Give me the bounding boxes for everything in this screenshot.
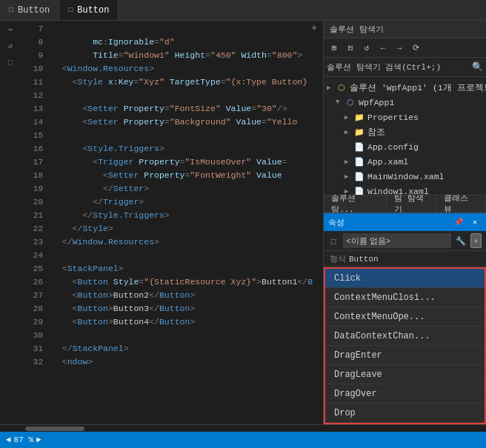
search-label: 솔루션 탐색기 검색(Ctrl+;) [327, 61, 469, 73]
bottom-tabs: 솔루션 탐... 팀 탐색기 클래스 뷰 [324, 195, 486, 213]
props-row-contextmenuope-label: ContextMenuOpe... [334, 312, 425, 322]
add-button[interactable]: + [308, 22, 320, 34]
toolbar-btn-arrow-right[interactable]: → [392, 41, 407, 56]
props-toolbar-icon[interactable]: ⬚ [328, 233, 339, 248]
tab-team[interactable]: 팀 탐색기 [387, 195, 436, 212]
appxaml-icon: 📄 [353, 156, 365, 167]
props-row-dragover-label: DragOver [334, 389, 377, 399]
appconfig-label: App.config [367, 142, 419, 152]
toolbar-btn-3[interactable]: ↺ [359, 41, 374, 56]
solution-explorer-header: 솔루션 탐색기 [324, 21, 486, 39]
right-panel: 솔루션 탐색기 ⊞ ⊟ ↺ ← → ⟳ 솔루션 탐색기 검색(Ctrl+;) 🔍… [323, 21, 486, 424]
props-name-input[interactable] [343, 233, 451, 248]
tab-button-1[interactable]: □ Button [0, 0, 59, 20]
solution-toolbar: ⊞ ⊟ ↺ ← → ⟳ [324, 39, 486, 58]
solution-label: 솔루션 'WpfApp1' (1개 프로젝트 [350, 82, 486, 93]
props-type-label: 형식 [330, 253, 346, 264]
hscroll-thumb[interactable] [25, 427, 84, 431]
gutter-icon-box[interactable]: ⬚ [3, 56, 18, 68]
props-close-btn[interactable]: ✕ [468, 215, 482, 229]
props-row-dragleave[interactable]: DragLeave [325, 365, 485, 384]
tree-item-references[interactable]: ▶ 📁 참조 [324, 124, 486, 139]
toolbar-btn-refresh[interactable]: ⟳ [408, 41, 423, 56]
props-row-contextmenuclosi-label: ContextMenuClosi... [334, 292, 436, 303]
project-label: WpfApp1 [359, 98, 394, 107]
props-row-drop[interactable]: Drop [325, 404, 485, 423]
props-dropdown[interactable]: Click ContextMenuClosi... ContextMenuOpe… [324, 267, 486, 424]
tab-team-label: 팀 탐색기 [394, 193, 428, 215]
tab-solution-label: 솔루션 탐... [331, 193, 379, 215]
appxaml-label: App.xaml [367, 157, 408, 167]
tab-label-2: Button [77, 5, 109, 16]
props-row-datacontextchan-label: DataContextChan... [334, 331, 430, 341]
tree-item-appxaml[interactable]: ▶ 📄 App.xaml [324, 154, 486, 169]
mainwindow-icon: 📄 [353, 170, 365, 182]
line-numbers: 7 8 9 10 11 12 13 14 15 16 17 18 19 20 2… [21, 21, 46, 424]
appconfig-icon: 📄 [353, 141, 365, 153]
props-row-dragenter-label: DragEnter [334, 350, 382, 361]
status-zoom-area: ◄ 87 % ► [6, 435, 41, 444]
props-row-dragenter[interactable]: DragEnter [325, 346, 485, 365]
props-title: 속성 [328, 217, 449, 228]
props-row-dragover[interactable]: DragOver [325, 384, 485, 404]
properties-panel: 속성 📌 ✕ ⬚ 🔧 ⚡ 형식 Button Click Conte [324, 213, 486, 424]
properties-arrow: ▶ [344, 113, 353, 121]
toolbar-btn-2[interactable]: ⊟ [343, 41, 358, 56]
search-bar: 솔루션 탐색기 검색(Ctrl+;) 🔍 [324, 58, 486, 77]
appxaml-arrow: ▶ [344, 158, 353, 166]
references-icon: 📁 [353, 126, 365, 138]
solution-tree: ▶ ⬡ 솔루션 'WpfApp1' (1개 프로젝트 ▼ ⬡ WpfApp1 ▶… [324, 77, 486, 195]
props-pin-btn[interactable]: 📌 [452, 215, 465, 229]
gutter-icon-arrow[interactable]: ↺ [3, 40, 18, 52]
props-row-drop-label: Drop [334, 408, 356, 418]
tree-item-mainwindow[interactable]: ▶ 📄 MainWindow.xaml [324, 169, 486, 184]
project-arrow: ▼ [336, 98, 344, 106]
solution-explorer-title: 솔루션 탐색기 [330, 24, 384, 35]
editor-area[interactable]: 7 8 9 10 11 12 13 14 15 16 17 18 19 20 2… [21, 21, 323, 424]
tab-button-2[interactable]: □ Button [59, 0, 119, 20]
props-row-click-label: Click [334, 273, 361, 284]
properties-label: Properties [367, 113, 419, 122]
zoom-level: 87 % [14, 435, 33, 444]
tree-item-properties[interactable]: ▶ 📁 Properties [324, 110, 486, 124]
project-icon: ⬡ [344, 96, 356, 108]
tab-class-label: 클래스 뷰 [444, 193, 478, 215]
zoom-arrows-right[interactable]: ► [36, 435, 41, 444]
toolbar-btn-arrow-left[interactable]: ← [376, 41, 390, 56]
main-area: ⇔ ↺ ⬚ 7 8 9 10 11 12 13 14 15 16 17 18 1… [0, 21, 486, 424]
props-row-contextmenuclosi[interactable]: ContextMenuClosi... [325, 288, 485, 307]
properties-icon: 📁 [353, 111, 365, 123]
search-icon[interactable]: 🔍 [472, 61, 483, 73]
zoom-arrows-left[interactable]: ◄ [6, 435, 11, 444]
props-toolbar: ⬚ 🔧 ⚡ [324, 231, 486, 251]
solution-icon: ⬡ [336, 81, 347, 93]
tab-solution[interactable]: 솔루션 탐... [324, 195, 387, 212]
tab-class[interactable]: 클래스 뷰 [436, 195, 486, 212]
editor-hscroll [0, 424, 486, 432]
props-row-contextmenuope[interactable]: ContextMenuOpe... [325, 307, 485, 327]
props-row-datacontextchan[interactable]: DataContextChan... [325, 327, 485, 346]
mainwindow-arrow: ▶ [344, 173, 353, 181]
tab-bar: □ Button □ Button [0, 0, 486, 21]
gutter-icon-expand[interactable]: ⇔ [3, 24, 18, 36]
toolbar-btn-1[interactable]: ⊞ [327, 41, 342, 56]
tab-icon-1: □ [9, 6, 13, 14]
left-gutter: ⇔ ↺ ⬚ [0, 21, 21, 424]
tab-icon-2: □ [68, 6, 73, 14]
props-wrench-icon[interactable]: 🔧 [456, 233, 466, 248]
code-editor[interactable]: mc:Ignorable="d" Title="Window1" Height=… [46, 21, 323, 424]
tree-item-appconfig[interactable]: 📄 App.config [324, 139, 486, 154]
project-item[interactable]: ▼ ⬡ WpfApp1 [324, 95, 486, 110]
props-row-click[interactable]: Click [325, 269, 485, 288]
solution-root-item[interactable]: ▶ ⬡ 솔루션 'WpfApp1' (1개 프로젝트 [324, 80, 486, 95]
props-type-row: 형식 Button [324, 251, 486, 267]
props-type-value: Button [349, 255, 379, 264]
props-row-dragleave-label: DragLeave [334, 370, 382, 380]
props-lightning-icon[interactable]: ⚡ [470, 233, 482, 248]
references-arrow: ▶ [344, 128, 353, 136]
mainwindow-label: MainWindow.xaml [367, 172, 445, 181]
status-bar: ◄ 87 % ► [0, 432, 486, 448]
props-header: 속성 📌 ✕ [324, 213, 486, 231]
tab-label-1: Button [18, 5, 50, 16]
references-label: 참조 [367, 127, 385, 138]
